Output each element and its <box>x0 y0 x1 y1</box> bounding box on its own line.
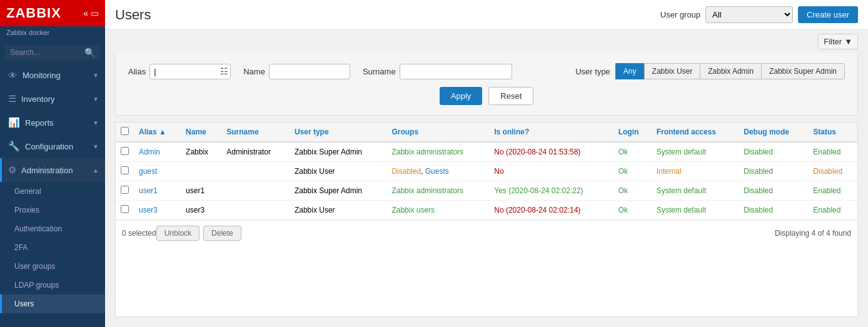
sidebar-search-container[interactable]: 🔍 <box>5 45 100 60</box>
is-online-cell: No (2020-08-24 02:02:14) <box>489 201 613 220</box>
user-type-cell: Zabbix User <box>290 162 386 181</box>
name-input[interactable] <box>269 64 350 79</box>
admin-icon: ⚙ <box>8 164 16 176</box>
name-column-header[interactable]: Name <box>181 123 221 142</box>
sidebar-item-reports[interactable]: 📊 Reports ▼ <box>0 111 105 134</box>
user-type-sort-link[interactable]: User type <box>295 128 329 136</box>
frontend-access-cell: Internal <box>652 162 739 181</box>
apply-button[interactable]: Apply <box>440 87 483 105</box>
frontend-access-column-header[interactable]: Frontend access <box>652 123 739 142</box>
displaying-info: Displaying 4 of 4 found <box>775 229 851 238</box>
filter-toggle-bar: Filter ▼ <box>115 30 858 53</box>
chevron-down-icon: ▼ <box>93 96 99 103</box>
alias-filter-group: Alias ☷ <box>128 64 231 79</box>
sidebar-item-user-groups[interactable]: User groups <box>0 257 105 276</box>
sidebar-item-authentication[interactable]: Authentication <box>0 219 105 238</box>
debug-mode-cell: Disabled <box>739 181 808 201</box>
sidebar-item-configuration[interactable]: 🔧 Configuration ▼ <box>0 134 105 158</box>
groups-cell: Zabbix users <box>386 201 489 220</box>
surname-input[interactable] <box>400 64 512 79</box>
alias-label: Alias <box>128 67 146 76</box>
user-type-label: User type <box>575 67 610 76</box>
name-filter-group: Name <box>243 64 350 79</box>
debug-mode-column-header[interactable]: Debug mode <box>739 123 808 142</box>
sidebar-item-proxies[interactable]: Proxies <box>0 201 105 219</box>
group-link[interactable]: Zabbix administrators <box>391 148 463 156</box>
name-cell: user1 <box>181 181 221 201</box>
row-checkbox[interactable] <box>121 166 129 174</box>
user-group-select[interactable]: All <box>705 6 793 23</box>
alias-column-header[interactable]: Alias ▲ <box>134 123 181 142</box>
row-checkbox[interactable] <box>121 147 129 155</box>
user-type-container: User type Any Zabbix User Zabbix Admin Z… <box>575 63 845 79</box>
surname-column-header[interactable]: Surname <box>221 123 290 142</box>
sidebar-collapse-icons[interactable]: « ▭ <box>83 8 99 18</box>
is-online-column-header[interactable]: Is online? <box>489 123 613 142</box>
user-type-cell: Zabbix Super Admin <box>290 181 386 201</box>
user-type-any-button[interactable]: Any <box>615 63 644 79</box>
action-buttons: Unblock Delete <box>156 226 241 241</box>
status-cell: Enabled <box>808 201 857 220</box>
frontend-access-cell: System default <box>652 142 739 162</box>
alias-link[interactable]: user3 <box>139 206 158 214</box>
debug-mode-cell: Disabled <box>739 142 808 162</box>
surname-sort-link[interactable]: Surname <box>226 128 258 136</box>
user-type-cell: Zabbix User <box>290 201 386 220</box>
group-link[interactable]: Zabbix users <box>391 206 435 214</box>
debug-mode-cell: Disabled <box>739 201 808 220</box>
user-type-zabbix-super-admin-button[interactable]: Zabbix Super Admin <box>761 63 845 79</box>
sidebar-item-users[interactable]: Users <box>0 294 105 313</box>
name-sort-link[interactable]: Name <box>186 128 206 136</box>
status-cell: Enabled <box>808 142 857 162</box>
alias-link[interactable]: guest <box>139 167 157 176</box>
sidebar-item-label: Monitoring <box>23 71 61 80</box>
debug-mode-sort-link[interactable]: Debug mode <box>744 128 789 136</box>
user-type-zabbix-admin-button[interactable]: Zabbix Admin <box>700 63 761 79</box>
delete-button[interactable]: Delete <box>203 226 241 241</box>
user-type-column-header[interactable]: User type <box>290 123 386 142</box>
sidebar-item-monitoring[interactable]: 👁 Monitoring ▼ <box>0 64 105 87</box>
status-cell: Enabled <box>808 181 857 201</box>
status-column-header[interactable]: Status <box>808 123 857 142</box>
filter-toggle-button[interactable]: Filter ▼ <box>818 34 858 49</box>
group-link[interactable]: Zabbix administrators <box>391 186 463 195</box>
select-all-checkbox[interactable] <box>121 127 129 135</box>
sidebar: ZABBIX « ▭ Zabbix docker 🔍 👁 Monitoring … <box>0 0 105 327</box>
alias-input[interactable] <box>149 64 231 79</box>
sidebar-item-2fa[interactable]: 2FA <box>0 238 105 257</box>
alias-link[interactable]: user1 <box>139 186 158 195</box>
sidebar-item-administration[interactable]: ⚙ Administration ▲ <box>0 158 105 182</box>
row-checkbox[interactable] <box>121 186 129 194</box>
sidebar-item-label: Configuration <box>25 142 73 151</box>
alias-clear-icon[interactable]: ☷ <box>220 66 228 76</box>
user-type-zabbix-user-button[interactable]: Zabbix User <box>644 63 700 79</box>
row-checkbox[interactable] <box>121 205 129 213</box>
filter-form: Alias ☷ Name Surname User type Any <box>115 53 858 116</box>
reset-button[interactable]: Reset <box>488 87 533 105</box>
is-online-sort-link[interactable]: Is online? <box>494 128 529 136</box>
login-cell: Ok <box>613 162 652 181</box>
status-cell: Disabled <box>808 162 857 181</box>
login-column-header[interactable]: Login <box>613 123 652 142</box>
frontend-access-sort-link[interactable]: Frontend access <box>657 128 716 136</box>
alias-sort-link[interactable]: Alias ▲ <box>139 128 166 136</box>
unblock-button[interactable]: Unblock <box>156 226 199 241</box>
config-icon: 🔧 <box>8 141 20 152</box>
groups-column-header[interactable]: Groups <box>386 123 489 142</box>
create-user-button[interactable]: Create user <box>798 6 858 23</box>
users-table: Alias ▲ Name Surname User type Groups Is… <box>116 123 857 220</box>
frontend-access-cell: System default <box>652 181 739 201</box>
logo: ZABBIX <box>6 5 61 21</box>
status-sort-link[interactable]: Status <box>813 128 836 136</box>
sidebar-item-general[interactable]: General <box>0 182 105 201</box>
select-all-header[interactable] <box>116 123 134 142</box>
top-right-controls: User group All Create user <box>660 6 858 23</box>
login-sort-link[interactable]: Login <box>618 128 639 136</box>
sidebar-item-inventory[interactable]: ☰ Inventory ▼ <box>0 87 105 111</box>
alias-link[interactable]: Admin <box>139 148 160 156</box>
search-icon: 🔍 <box>84 48 95 58</box>
groups-sort-link[interactable]: Groups <box>391 128 418 136</box>
group-link[interactable]: Guests <box>425 167 449 176</box>
sidebar-item-ldap-groups[interactable]: LDAP groups <box>0 276 105 294</box>
sidebar-search-input[interactable] <box>10 48 84 57</box>
